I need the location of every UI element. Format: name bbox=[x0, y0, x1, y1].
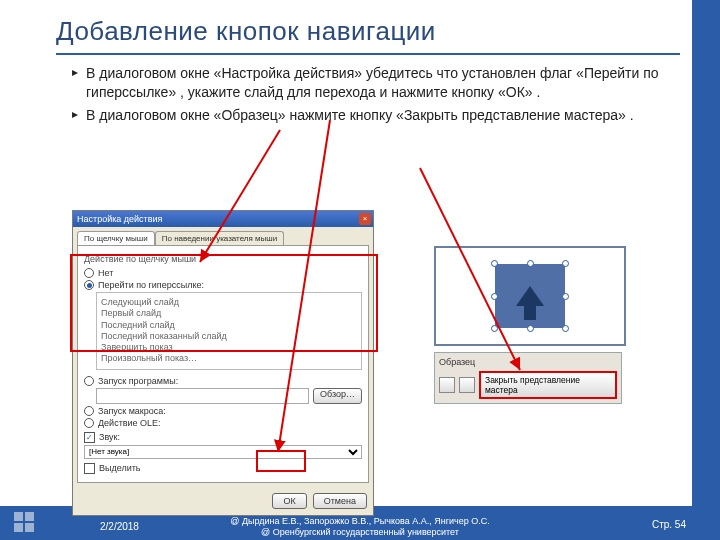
hyperlink-option[interactable]: Завершить показ bbox=[101, 342, 357, 353]
dialog-titlebar: Настройка действия × bbox=[73, 211, 373, 227]
dialog-body: Действие по щелчку мыши Нет Перейти по г… bbox=[77, 245, 369, 483]
cancel-button[interactable]: Отмена bbox=[313, 493, 367, 509]
radio-ole-label: Действие OLE: bbox=[98, 418, 161, 428]
radio-none[interactable]: Нет bbox=[84, 268, 362, 278]
bullet-list: В диалоговом окне «Настройка действия» у… bbox=[72, 64, 672, 125]
dialog-button-row: ОК Отмена bbox=[73, 487, 373, 515]
radio-icon bbox=[84, 268, 94, 278]
hyperlink-option[interactable]: Следующий слайд bbox=[101, 297, 357, 308]
radio-hyperlink-label: Перейти по гиперссылке: bbox=[98, 280, 204, 290]
browse-button[interactable]: Обзор… bbox=[313, 388, 362, 404]
hyperlink-option[interactable]: Первый слайд bbox=[101, 308, 357, 319]
arrow-up-icon bbox=[516, 286, 544, 306]
footer-authors-line1: @ Дырдина Е.В., Запорожко В.В., Рычкова … bbox=[0, 516, 720, 527]
run-program-field[interactable] bbox=[96, 388, 309, 404]
master-toolbar-label: Образец bbox=[439, 357, 617, 367]
action-settings-dialog: Настройка действия × По щелчку мыши По н… bbox=[72, 210, 382, 500]
hyperlink-options-list[interactable]: Следующий слайд Первый слайд Последний с… bbox=[96, 292, 362, 370]
dialog-tabs: По щелчку мыши По наведении указателя мы… bbox=[73, 227, 373, 245]
checkbox-icon bbox=[84, 463, 95, 474]
footer-authors: @ Дырдина Е.В., Запорожко В.В., Рычкова … bbox=[0, 516, 720, 538]
radio-icon bbox=[84, 376, 94, 386]
master-thumb bbox=[434, 246, 626, 346]
radio-ole[interactable]: Действие OLE: bbox=[84, 418, 362, 428]
slide-title-bar: Добавление кнопок навигации bbox=[56, 16, 680, 55]
hyperlink-option[interactable]: Последний показанный слайд bbox=[101, 331, 357, 342]
master-view-panel: Образец Закрыть представление мастера bbox=[434, 246, 622, 404]
master-toolbar: Образец Закрыть представление мастера bbox=[434, 352, 622, 404]
bullet-item-2: В диалоговом окне «Образец» нажмите кноп… bbox=[72, 106, 672, 125]
dialog-title: Настройка действия bbox=[77, 214, 162, 224]
ok-button[interactable]: ОК bbox=[272, 493, 306, 509]
sound-label: Звук: bbox=[99, 432, 120, 442]
sound-checkbox[interactable]: ✓ Звук: bbox=[84, 432, 362, 443]
nav-button-shape[interactable] bbox=[495, 264, 565, 328]
highlight-checkbox[interactable]: Выделить bbox=[84, 463, 362, 474]
bullet-item-1: В диалоговом окне «Настройка действия» у… bbox=[72, 64, 672, 102]
toolbar-icon[interactable] bbox=[459, 377, 475, 393]
radio-macro-label: Запуск макроса: bbox=[98, 406, 166, 416]
radio-icon bbox=[84, 406, 94, 416]
tab-on-hover[interactable]: По наведении указателя мыши bbox=[155, 231, 285, 245]
highlight-label: Выделить bbox=[99, 463, 141, 473]
footer-page: Стр. 54 bbox=[652, 519, 686, 530]
dialog-group-label: Действие по щелчку мыши bbox=[84, 254, 362, 264]
toolbar-icon[interactable] bbox=[439, 377, 455, 393]
radio-run-label: Запуск программы: bbox=[98, 376, 178, 386]
tab-on-click[interactable]: По щелчку мыши bbox=[77, 231, 155, 245]
footer-authors-line2: @ Оренбургский государственный университ… bbox=[0, 527, 720, 538]
slide-title: Добавление кнопок навигации bbox=[56, 16, 680, 47]
checkbox-icon: ✓ bbox=[84, 432, 95, 443]
radio-icon bbox=[84, 418, 94, 428]
hyperlink-option[interactable]: Произвольный показ… bbox=[101, 353, 357, 364]
slide-frame-right bbox=[692, 0, 720, 540]
close-icon[interactable]: × bbox=[359, 213, 371, 225]
radio-run-program[interactable]: Запуск программы: bbox=[84, 376, 362, 386]
slide-body: В диалоговом окне «Настройка действия» у… bbox=[72, 64, 672, 129]
radio-icon bbox=[84, 280, 94, 290]
radio-macro[interactable]: Запуск макроса: bbox=[84, 406, 362, 416]
radio-none-label: Нет bbox=[98, 268, 113, 278]
sound-select[interactable]: [Нет звука] bbox=[84, 445, 362, 459]
radio-hyperlink[interactable]: Перейти по гиперссылке: bbox=[84, 280, 362, 290]
hyperlink-option[interactable]: Последний слайд bbox=[101, 320, 357, 331]
close-master-view-button[interactable]: Закрыть представление мастера bbox=[479, 371, 617, 399]
